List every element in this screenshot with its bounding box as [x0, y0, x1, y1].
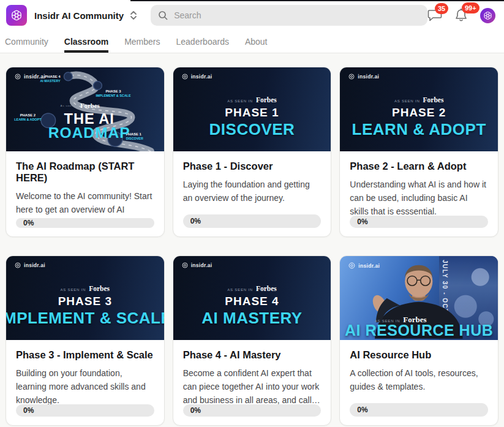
course-card-phase3[interactable]: insidr.ai As seen in Forbes PHASE 3 IMPL… — [6, 255, 165, 426]
community-switcher-icon[interactable] — [130, 10, 137, 21]
svg-text:LEARN & ADOPT: LEARN & ADOPT — [14, 118, 42, 121]
chat-badge: 35 — [435, 3, 448, 14]
course-title: Phase 1 - Discover — [183, 161, 322, 172]
course-thumbnail: insidr.ai As seen in Forbes PHASE 3 IMPL… — [6, 256, 164, 340]
forbes-banner: As seen in Forbes — [394, 96, 444, 104]
course-title: The AI Roadmap (START HERE) — [16, 161, 154, 184]
forbes-banner: As seen in Forbes — [227, 285, 277, 292]
thumb-phase-number: PHASE 4 — [225, 295, 279, 308]
course-description: A collection of AI tools, resources, gui… — [350, 366, 488, 393]
course-card-phase2[interactable]: insidr.ai As seen in Forbes PHASE 2 LEAR… — [339, 67, 498, 237]
progress-bar: 0% — [350, 216, 488, 229]
course-card-resource-hub[interactable]: JULY 30 - OCT 22 insidr.ai As seen in — [339, 255, 498, 426]
app-header: Insidr AI Community 35 99+ — [0, 0, 504, 31]
search-icon — [158, 10, 168, 20]
thumb-phase-number: PHASE 2 — [392, 106, 446, 119]
forbes-banner: As seen in Forbes — [61, 285, 110, 292]
thumb-phase-number: PHASE 3 — [58, 295, 112, 308]
course-thumbnail: insidr.ai As seen in Forbes PHASE 1 DISC… — [173, 67, 331, 151]
forbes-banner: As seen in Forbes — [227, 96, 277, 104]
insidr-watermark: insidr.ai — [182, 74, 213, 80]
tab-classroom[interactable]: Classroom — [64, 31, 108, 53]
svg-text:As seen in: As seen in — [61, 104, 78, 107]
screen-top-edge — [130, 0, 504, 1]
insidr-logo-icon — [182, 74, 188, 80]
svg-text:ROADMAP: ROADMAP — [48, 124, 130, 141]
community-name[interactable]: Insidr AI Community — [34, 10, 124, 21]
insidr-logo-icon — [182, 262, 188, 268]
insidr-logo-icon — [348, 74, 355, 80]
progress-bar: 0% — [350, 403, 488, 417]
insidr-logo-icon — [348, 262, 355, 269]
svg-text:PHASE 2: PHASE 2 — [20, 113, 36, 117]
course-thumbnail: insidr.ai PHASE 4 AI MASTERY PHASE 3 IMP… — [6, 67, 164, 151]
svg-text:IMPLEMENT & SCALE: IMPLEMENT & SCALE — [96, 94, 131, 97]
progress-bar: 0% — [16, 404, 154, 417]
pin-phase4-icon — [64, 72, 72, 81]
course-description: Welcome to the AI community! Start here … — [16, 189, 154, 218]
progress-bar: 0% — [183, 214, 322, 228]
course-thumbnail: JULY 30 - OCT 22 insidr.ai As seen in — [340, 256, 498, 340]
tab-about[interactable]: About — [245, 31, 268, 53]
progress-bar: 0% — [16, 218, 154, 228]
course-description: Become a confident AI expert that can pi… — [183, 366, 322, 404]
insidr-watermark: insidr.ai — [15, 262, 45, 268]
user-avatar[interactable] — [480, 8, 495, 23]
search-bar[interactable] — [151, 5, 427, 26]
thumb-phase-number: PHASE 1 — [225, 106, 279, 119]
thumb-phase-title: IMPLEMENT & SCALE — [6, 309, 164, 328]
course-title: AI Resource Hub — [350, 349, 488, 361]
insidr-logo-icon — [15, 262, 21, 268]
course-description: Understanding what AI is and how it can … — [350, 178, 488, 216]
insidr-watermark: insidr.ai — [348, 74, 379, 80]
roadmap-graphic: PHASE 4 AI MASTERY PHASE 3 IMPLEMENT & S… — [6, 67, 164, 151]
insidr-watermark: insidr.ai — [348, 262, 380, 269]
insidr-watermark: insidr.ai — [182, 262, 213, 268]
course-card-phase1[interactable]: insidr.ai As seen in Forbes PHASE 1 DISC… — [173, 67, 332, 237]
insidr-watermark: insidr.ai — [15, 74, 45, 80]
course-title: Phase 4 - AI Mastery — [183, 349, 322, 361]
svg-text:Forbes: Forbes — [80, 102, 100, 109]
thumb-phase-title: LEARN & ADOPT — [352, 120, 486, 139]
notifications-badge: 99+ — [462, 2, 480, 13]
course-description: Laying the foundation and getting an ove… — [183, 178, 322, 205]
thumb-phase-title: DISCOVER — [209, 120, 295, 139]
progress-bar: 0% — [183, 404, 322, 417]
chat-button[interactable]: 35 — [427, 9, 442, 22]
course-description: Building on your foundation, learning mo… — [16, 366, 154, 404]
notifications-button[interactable]: 99+ — [454, 8, 468, 23]
course-title: Phase 2 - Learn & Adopt — [350, 161, 488, 172]
svg-text:PHASE 3: PHASE 3 — [105, 89, 121, 93]
flower-logo-icon — [10, 9, 23, 22]
pin-phase3-icon — [94, 81, 102, 90]
course-thumbnail: insidr.ai As seen in Forbes PHASE 4 AI M… — [173, 256, 331, 340]
tab-bar: Community Classroom Members Leaderboards… — [0, 31, 504, 53]
insidr-logo-icon — [15, 74, 21, 80]
community-logo[interactable] — [6, 5, 27, 26]
thumb-hub-title: AI RESOURCE HUB — [340, 322, 498, 339]
course-thumbnail: insidr.ai As seen in Forbes PHASE 2 LEAR… — [340, 67, 498, 151]
avatar-flower-icon — [483, 10, 493, 21]
course-card-phase4[interactable]: insidr.ai As seen in Forbes PHASE 4 AI M… — [173, 255, 332, 426]
tab-members[interactable]: Members — [124, 31, 160, 53]
search-input[interactable] — [174, 10, 420, 20]
svg-text:PHASE 4: PHASE 4 — [45, 75, 61, 78]
course-card-ai-roadmap[interactable]: insidr.ai PHASE 4 AI MASTERY PHASE 3 IMP… — [6, 67, 165, 237]
course-title: Phase 3 - Implement & Scale — [16, 349, 154, 361]
classroom-grid: insidr.ai PHASE 4 AI MASTERY PHASE 3 IMP… — [0, 53, 504, 426]
thumb-phase-title: AI MASTERY — [201, 309, 302, 328]
tab-community[interactable]: Community — [5, 31, 48, 53]
tab-leaderboards[interactable]: Leaderboards — [176, 31, 229, 53]
